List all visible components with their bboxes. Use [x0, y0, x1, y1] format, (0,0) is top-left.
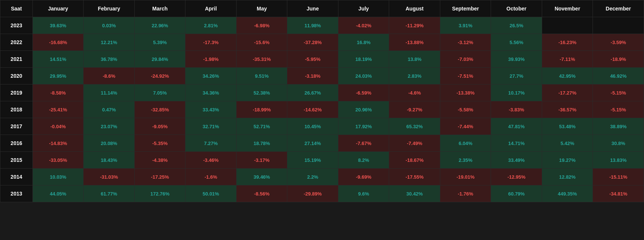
- data-cell: -7.49%: [389, 135, 440, 152]
- header-month-september: September: [440, 0, 491, 17]
- year-cell: 2014: [0, 169, 33, 185]
- data-cell: -15.6%: [236, 34, 287, 51]
- data-cell: -35.31%: [236, 51, 287, 68]
- data-cell: 5.39%: [134, 34, 185, 51]
- data-cell: 29.95%: [32, 68, 84, 84]
- data-cell: -5.58%: [440, 101, 491, 118]
- data-cell: 38.89%: [593, 118, 644, 135]
- data-cell: 6.04%: [440, 135, 491, 152]
- data-cell: -3.18%: [287, 68, 338, 84]
- table-row: 2019-8.58%11.14%7.05%34.36%52.38%26.67%-…: [0, 84, 644, 101]
- header-month-july: July: [338, 0, 389, 17]
- data-cell: -33.05%: [32, 152, 84, 169]
- data-cell: -8.56%: [236, 185, 287, 202]
- header-month-november: November: [542, 0, 593, 17]
- data-cell: -9.27%: [389, 101, 440, 118]
- data-cell: 449.35%: [542, 185, 593, 202]
- data-cell: 65.32%: [389, 118, 440, 135]
- data-cell: 8.2%: [338, 152, 389, 169]
- data-cell: -36.57%: [542, 101, 593, 118]
- table-row: 202339.63%0.03%22.96%2.81%-6.98%11.98%-4…: [0, 17, 644, 34]
- year-cell: 2015: [0, 152, 33, 169]
- data-cell: 44.05%: [32, 185, 84, 202]
- data-cell: 10.45%: [287, 118, 338, 135]
- data-cell: -6.59%: [338, 84, 389, 101]
- header-saat: Saat: [0, 0, 33, 17]
- data-cell: -7.67%: [338, 135, 389, 152]
- data-cell: [542, 17, 593, 34]
- header-month-october: October: [491, 0, 542, 17]
- data-cell: -5.95%: [287, 51, 338, 68]
- data-cell: 27.7%: [491, 68, 542, 84]
- data-cell: 17.92%: [338, 118, 389, 135]
- data-cell: 11.98%: [287, 17, 338, 34]
- data-cell: 19.27%: [542, 152, 593, 169]
- data-cell: -17.27%: [542, 84, 593, 101]
- data-cell: -6.98%: [236, 17, 287, 34]
- data-cell: 12.21%: [84, 34, 135, 51]
- data-cell: 18.43%: [84, 152, 135, 169]
- data-cell: 2.35%: [440, 152, 491, 169]
- header-month-june: June: [287, 0, 338, 17]
- data-cell: -5.15%: [593, 84, 644, 101]
- data-cell: 26.67%: [287, 84, 338, 101]
- data-cell: -4.38%: [134, 152, 185, 169]
- header-month-april: April: [185, 0, 237, 17]
- data-cell: 0.03%: [84, 17, 135, 34]
- data-cell: 52.38%: [236, 84, 287, 101]
- data-cell: 39.46%: [236, 169, 287, 185]
- table-row: 2015-33.05%18.43%-4.38%-3.46%-3.17%15.19…: [0, 152, 644, 169]
- data-cell: -8.58%: [32, 84, 84, 101]
- data-cell: -9.69%: [338, 169, 389, 185]
- data-cell: 29.84%: [134, 51, 185, 68]
- data-cell: 50.01%: [185, 185, 237, 202]
- data-cell: 23.07%: [84, 118, 135, 135]
- data-cell: 5.42%: [542, 135, 593, 152]
- data-cell: 14.71%: [491, 135, 542, 152]
- data-cell: -14.83%: [32, 135, 84, 152]
- data-cell: 33.49%: [491, 152, 542, 169]
- data-cell: 53.48%: [542, 118, 593, 135]
- year-cell: 2016: [0, 135, 33, 152]
- header-month-march: March: [134, 0, 185, 17]
- data-cell: -1.76%: [440, 185, 491, 202]
- data-cell: -18.9%: [593, 51, 644, 68]
- data-cell: -34.81%: [593, 185, 644, 202]
- year-cell: 2019: [0, 84, 33, 101]
- data-cell: -3.46%: [185, 152, 237, 169]
- year-cell: 2017: [0, 118, 33, 135]
- table-row: 201410.03%-31.03%-17.25%-1.6%39.46%2.2%-…: [0, 169, 644, 185]
- data-cell: -16.68%: [32, 34, 84, 51]
- data-cell: -7.03%: [440, 51, 491, 68]
- data-cell: 20.08%: [84, 135, 135, 152]
- data-cell: -13.88%: [389, 34, 440, 51]
- data-cell: -5.15%: [593, 101, 644, 118]
- data-cell: 52.71%: [236, 118, 287, 135]
- data-cell: 26.5%: [491, 17, 542, 34]
- data-cell: -7.11%: [542, 51, 593, 68]
- data-cell: 0.47%: [84, 101, 135, 118]
- data-cell: 18.19%: [338, 51, 389, 68]
- data-cell: 32.71%: [185, 118, 237, 135]
- year-cell: 2018: [0, 101, 33, 118]
- monthly-returns-table: SaatJanuaryFebruaryMarchAprilMayJuneJuly…: [0, 0, 644, 202]
- data-cell: -11.29%: [389, 17, 440, 34]
- data-cell: 10.03%: [32, 169, 84, 185]
- data-cell: -7.51%: [440, 68, 491, 84]
- data-cell: 2.2%: [287, 169, 338, 185]
- data-cell: 61.77%: [84, 185, 135, 202]
- year-cell: 2013: [0, 185, 33, 202]
- data-cell: 9.6%: [338, 185, 389, 202]
- data-cell: 13.8%: [389, 51, 440, 68]
- table-row: 2016-14.83%20.08%-5.35%7.27%18.78%27.14%…: [0, 135, 644, 152]
- data-cell: -0.04%: [32, 118, 84, 135]
- data-cell: 7.05%: [134, 84, 185, 101]
- data-cell: -29.89%: [287, 185, 338, 202]
- data-cell: 13.83%: [593, 152, 644, 169]
- data-cell: -1.98%: [185, 51, 237, 68]
- data-cell: -5.35%: [134, 135, 185, 152]
- data-cell: -14.62%: [287, 101, 338, 118]
- data-cell: -1.6%: [185, 169, 237, 185]
- data-cell: -7.44%: [440, 118, 491, 135]
- data-cell: 3.91%: [440, 17, 491, 34]
